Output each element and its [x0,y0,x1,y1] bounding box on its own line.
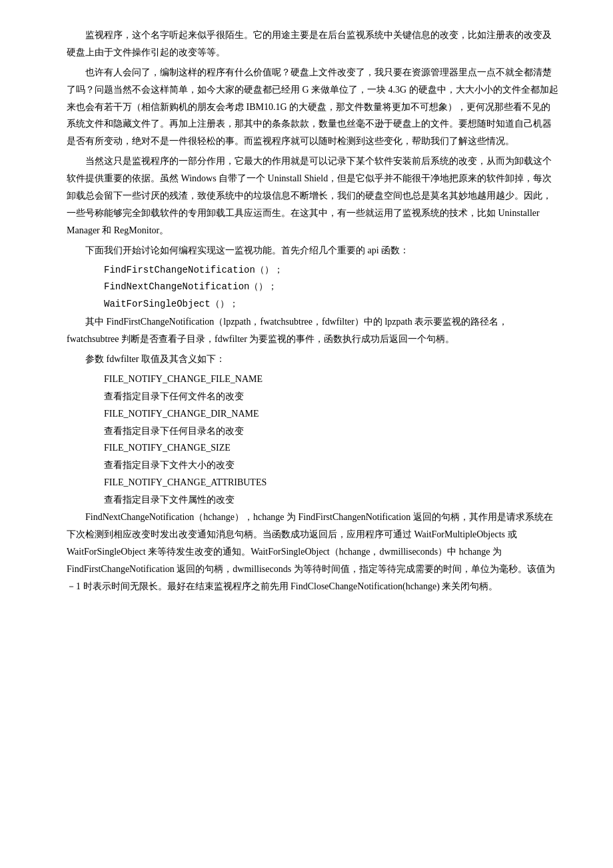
paragraph-2: 也许有人会问了，编制这样的程序有什么价值呢？硬盘上文件改变了，我只要在资源管理器… [67,64,560,150]
function-1: FindFirstChangeNotification（）； [104,262,560,279]
paragraph-5: 其中 FindFirstChangeNotification（lpzpath，f… [67,313,560,348]
function-3: WaitForSingleObject（）； [104,296,560,313]
paragraph-7: FindNextChangeNotification（hchange），hcha… [67,509,560,595]
function-2: FindNextChangeNotification（）； [104,279,560,296]
param-dir-name-desc: 查看指定目录下任何目录名的改变 [104,423,560,440]
param-attributes-label: FILE_NOTIFY_CHANGE_ATTRIBUTES [104,474,560,491]
paragraph-3: 当然这只是监视程序的一部分作用，它最大的作用就是可以记录下某个软件安装前后系统的… [67,153,560,239]
param-file-name-desc: 查看指定目录下任何文件名的改变 [104,388,560,405]
param-title: 参数 fdwfilter 取值及其含义如下： [67,351,560,368]
param-dir-name-label: FILE_NOTIFY_CHANGE_DIR_NAME [104,405,560,423]
param-size-desc: 查看指定目录下文件大小的改变 [104,457,560,474]
param-size-label: FILE_NOTIFY_CHANGE_SIZE [104,439,560,457]
param-attributes-desc: 查看指定目录下文件属性的改变 [104,491,560,509]
paragraph-4: 下面我们开始讨论如何编程实现这一监视功能。首先介绍几个重要的 api 函数： [67,242,560,259]
main-content: 监视程序，这个名字听起来似乎很陌生。它的用途主要是在后台监视系统中关键信息的改变… [67,27,560,595]
paragraph-1: 监视程序，这个名字听起来似乎很陌生。它的用途主要是在后台监视系统中关键信息的改变… [67,27,560,61]
param-file-name-label: FILE_NOTIFY_CHANGE_FILE_NAME [104,371,560,388]
